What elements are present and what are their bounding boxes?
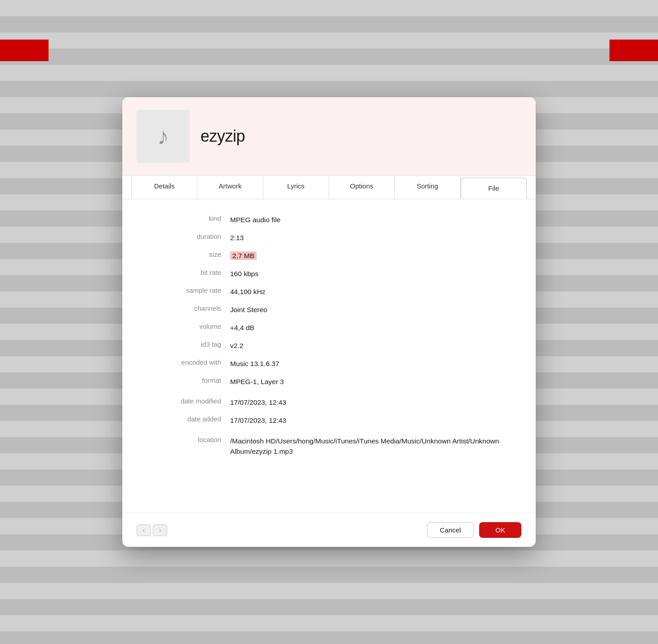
field-dateadded: date added 17/07/2023, 12:43 xyxy=(140,414,518,426)
value-datemodified: 17/07/2023, 12:43 xyxy=(230,396,518,407)
tab-details[interactable]: Details xyxy=(131,176,197,199)
label-format: format xyxy=(140,376,230,384)
tab-sorting[interactable]: Sorting xyxy=(395,176,460,199)
label-id3tag: id3 tag xyxy=(140,340,230,348)
label-dateadded: date added xyxy=(140,414,230,423)
tab-options[interactable]: Options xyxy=(329,176,395,199)
field-format: format MPEG-1, Layer 3 xyxy=(140,376,518,387)
dialog-header: ♪ ezyzip xyxy=(122,97,536,176)
value-size: 2,7 MB xyxy=(230,250,518,261)
music-note-icon: ♪ xyxy=(157,123,169,150)
ok-button[interactable]: OK xyxy=(479,522,521,538)
tab-artwork[interactable]: Artwork xyxy=(197,176,263,199)
file-info-dialog: ♪ ezyzip Details Artwork Lyrics Options … xyxy=(122,97,536,547)
dialog-content: kind MPEG audio file duration 2:13 size … xyxy=(122,199,536,513)
label-volume: volume xyxy=(140,322,230,330)
tab-file[interactable]: File xyxy=(461,178,527,199)
field-duration: duration 2:13 xyxy=(140,232,518,243)
value-encodedwith: Music 13.1.6.37 xyxy=(230,358,518,369)
tab-lyrics[interactable]: Lyrics xyxy=(263,176,329,199)
value-dateadded: 17/07/2023, 12:43 xyxy=(230,414,518,425)
field-datemodified: date modified 17/07/2023, 12:43 xyxy=(140,396,518,408)
field-location: location /Macintosh HD/Users/hong/Music/… xyxy=(140,435,518,457)
nav-buttons: ‹ › xyxy=(137,524,167,536)
value-volume: +4,4 dB xyxy=(230,322,518,333)
value-format: MPEG-1, Layer 3 xyxy=(230,376,518,387)
dialog-footer: ‹ › Cancel OK xyxy=(122,513,536,547)
field-size: size 2,7 MB xyxy=(140,250,518,261)
tab-bar: Details Artwork Lyrics Options Sorting F… xyxy=(122,176,536,199)
size-highlight: 2,7 MB xyxy=(230,251,257,260)
value-samplerate: 44,100 kHz xyxy=(230,286,518,297)
field-channels: channels Joint Stereo xyxy=(140,304,518,315)
action-buttons: Cancel OK xyxy=(427,522,521,538)
value-duration: 2:13 xyxy=(230,232,518,243)
label-datemodified: date modified xyxy=(140,396,230,405)
value-kind: MPEG audio file xyxy=(230,214,518,225)
dialog-title: ezyzip xyxy=(200,127,245,146)
label-encodedwith: encoded with xyxy=(140,358,230,366)
field-id3tag: id3 tag v2.2 xyxy=(140,340,518,351)
nav-prev-button[interactable]: ‹ xyxy=(137,524,151,536)
artwork-thumbnail: ♪ xyxy=(137,110,190,163)
label-bitrate: bit rate xyxy=(140,268,230,276)
value-location: /Macintosh HD/Users/hong/Music/iTunes/iT… xyxy=(230,435,518,457)
field-bitrate: bit rate 160 kbps xyxy=(140,268,518,279)
field-volume: volume +4,4 dB xyxy=(140,322,518,333)
field-encodedwith: encoded with Music 13.1.6.37 xyxy=(140,358,518,369)
label-location: location xyxy=(140,435,230,443)
cancel-button[interactable]: Cancel xyxy=(427,522,474,538)
nav-next-button[interactable]: › xyxy=(153,524,167,536)
label-samplerate: sample rate xyxy=(140,286,230,294)
value-id3tag: v2.2 xyxy=(230,340,518,351)
field-samplerate: sample rate 44,100 kHz xyxy=(140,286,518,297)
label-channels: channels xyxy=(140,304,230,312)
label-kind: kind xyxy=(140,214,230,222)
value-bitrate: 160 kbps xyxy=(230,268,518,279)
label-duration: duration xyxy=(140,232,230,240)
value-channels: Joint Stereo xyxy=(230,304,518,315)
label-size: size xyxy=(140,250,230,258)
field-kind: kind MPEG audio file xyxy=(140,214,518,225)
